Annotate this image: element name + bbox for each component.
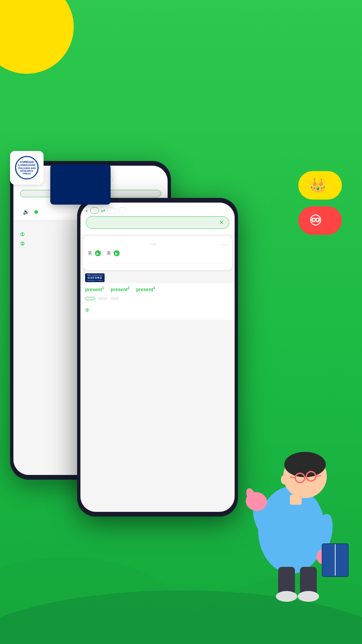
phone-front: ‹ ⇌ ✕ ⋯ [77,198,238,517]
front-nav-arrow[interactable]: ‹ [86,208,87,214]
svg-point-22 [298,591,319,602]
character-illustration [228,402,355,604]
us-pronunciation: 美 ▶ [107,250,120,256]
svg-rect-23 [290,495,302,505]
svg-point-24 [281,475,288,484]
svg-point-21 [276,591,297,602]
meaning-tab-etymology[interactable] [110,297,119,300]
header-area [0,54,362,60]
front-search-bar[interactable]: ✕ [86,216,229,229]
oxford-stamp [50,164,111,205]
phone-area: ‹ ⇌ 🔊 ⏺ [10,161,258,530]
front-pronunciation: 英 ▶ | 美 ▶ [88,250,227,256]
svg-point-5 [284,452,326,477]
us-speaker-icon[interactable]: ▶ [114,250,120,256]
clear-search-icon[interactable]: ✕ [219,219,224,226]
front-nav-medical[interactable] [118,207,127,214]
front-nav-switch[interactable]: ⇌ [101,207,105,214]
front-nav-english[interactable] [90,207,99,214]
no-membership-badge: 👑 [298,171,342,200]
front-nav: ‹ ⇌ ✕ [80,203,235,234]
uk-speaker-icon[interactable]: ▶ [95,250,101,256]
present-var-2[interactable]: present2 [111,286,129,292]
front-nav-chinese[interactable] [107,207,116,214]
badges-area: 👑 ♾ [298,171,342,235]
front-nav-pills: ⇌ [90,207,229,214]
crown-icon: 👑 [309,177,326,194]
meaning-tab-phrases[interactable] [98,297,107,300]
no-limit-badge: ♾ [298,206,342,235]
phone-front-screen: ‹ ⇌ ✕ ⋯ [80,203,235,512]
sound-icon-1[interactable]: 🔊 [23,209,29,215]
front-def-num: ① [85,307,230,314]
front-nav-bar: ‹ ⇌ [86,207,229,214]
present-variants: present1 present2 present3 [80,283,235,295]
oxford-credit-logo: With content from OXFORD UNIVERSITY PRES… [85,273,105,282]
oxford-credit-bar: With content from OXFORD UNIVERSITY PRES… [80,272,235,283]
waiyan-circle: FOREIGN LANGUAGE TEACHING AND RESEARCH P… [15,156,39,179]
front-bookmark-badge[interactable] [150,243,157,245]
front-word-title-row: ⋯ [88,240,227,248]
front-word-card: ⋯ 英 ▶ | 美 ▶ [83,236,232,270]
speech-icon-1[interactable]: ⏺ [34,209,39,215]
meaning-tabs [80,295,235,302]
svg-line-10 [316,476,321,476]
front-definition-content: ① [80,302,235,320]
infinity-icon: ♾ [309,212,322,229]
front-word-tabs [88,259,227,263]
present-var-1[interactable]: present1 [85,286,104,292]
uk-pronunciation: 英 ▶ | [88,250,103,256]
meaning-tab-definition[interactable] [85,297,95,300]
present-var-3[interactable]: present3 [136,286,155,292]
waiyan-logo: FOREIGN LANGUAGE TEACHING AND RESEARCH P… [10,151,44,184]
more-options-icon[interactable]: ⋯ [221,240,227,248]
